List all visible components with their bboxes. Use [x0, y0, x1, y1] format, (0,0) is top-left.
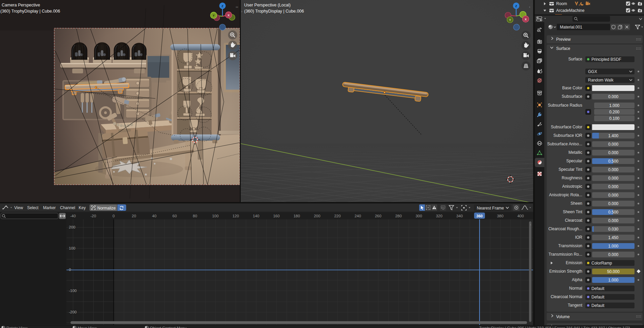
svg-text:Camera Perspective: Camera Perspective: [2, 3, 40, 7]
svg-text:Y: Y: [509, 18, 511, 22]
svg-text:Y: Y: [213, 14, 215, 17]
svg-text:X: X: [525, 18, 527, 21]
svg-text:›: ›: [241, 9, 242, 13]
svg-text:X: X: [228, 14, 230, 17]
svg-text:‹›: ‹›: [236, 5, 238, 9]
svg-text:4: 4: [579, 3, 580, 6]
svg-text:Z: Z: [221, 4, 223, 8]
svg-text:User Perspective (Local): User Perspective (Local): [244, 3, 291, 7]
svg-text:(360) TrophyDisplay | Cube.006: (360) TrophyDisplay | Cube.006: [244, 9, 304, 14]
svg-text:Z: Z: [515, 4, 517, 8]
svg-text:‹: ‹: [529, 5, 530, 9]
svg-text:(360) TrophyDisplay | Cube.006: (360) TrophyDisplay | Cube.006: [0, 9, 60, 14]
